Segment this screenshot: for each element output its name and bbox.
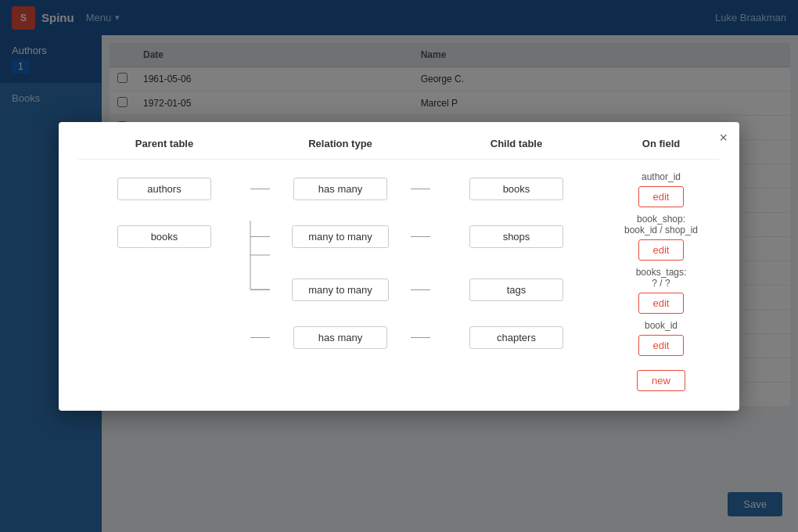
on-field-cell-1: book_shop: book_id / shop_id edit	[602, 214, 720, 261]
rel-type-cell-2: many to many	[270, 279, 411, 301]
on-field-cell-0: author_id edit	[602, 171, 720, 207]
new-button[interactable]: new	[637, 370, 685, 391]
connector-line-2a	[250, 289, 270, 290]
child-cell-1: shops	[430, 225, 602, 248]
connector-line-1a	[250, 236, 270, 237]
edit-button-0[interactable]: edit	[638, 186, 685, 207]
parent-cell-0: authors	[78, 178, 250, 200]
rel-type-cell-3: has many	[270, 326, 411, 349]
parent-table-box-1: books	[117, 225, 211, 248]
relations-container: authors has many books author_id edit	[78, 171, 720, 391]
modal: × Parent table Relation type Child table…	[59, 122, 739, 411]
connector-line-3a	[250, 337, 270, 338]
child-table-box-0: books	[469, 178, 563, 200]
rel-type-box-2: many to many	[292, 279, 389, 301]
child-table-box-2: tags	[469, 279, 563, 301]
modal-overlay: × Parent table Relation type Child table…	[0, 0, 798, 532]
rel-type-cell-0: has many	[270, 178, 411, 200]
relation-type-header: Relation type	[250, 138, 430, 149]
on-field-text-0: author_id	[642, 171, 681, 182]
on-field-text-1: book_shop: book_id / shop_id	[624, 214, 698, 235]
connector-line-1b	[411, 236, 430, 237]
child-cell-0: books	[430, 178, 602, 200]
modal-close-button[interactable]: ×	[719, 130, 728, 146]
edit-button-2[interactable]: edit	[638, 293, 685, 314]
connector-line-2b	[411, 289, 430, 290]
connector-line-3b	[411, 337, 430, 338]
rel-type-box-3: has many	[293, 326, 387, 349]
child-table-header: Child table	[430, 138, 602, 149]
parent-table-header: Parent table	[78, 138, 250, 149]
on-field-cell-2: books_tags: ? / ? edit	[602, 267, 720, 314]
edit-button-3[interactable]: edit	[638, 335, 685, 356]
parent-cell-1: books	[78, 225, 250, 248]
on-field-text-3: book_id	[645, 320, 678, 331]
on-field-cell-3: book_id edit	[602, 320, 720, 356]
child-table-box-1: shops	[469, 225, 563, 248]
relation-row-0: authors has many books author_id edit	[78, 171, 720, 207]
relation-row-3: has many chapters book_id edit	[78, 320, 720, 356]
child-cell-2: tags	[430, 279, 602, 301]
relation-row-1: books many to many shops book_shop: book…	[78, 214, 720, 261]
on-field-header: On field	[602, 138, 720, 149]
parent-table-box-0: authors	[117, 178, 211, 200]
relation-row-2: many to many tags books_tags: ? / ? edit	[78, 267, 720, 314]
new-button-container: new	[602, 364, 720, 391]
edit-button-1[interactable]: edit	[638, 239, 685, 261]
rel-type-cell-1: many to many	[270, 225, 411, 248]
child-table-box-3: chapters	[469, 326, 563, 349]
connector-line-0a	[250, 189, 270, 189]
rel-type-box-1: many to many	[292, 225, 389, 248]
on-field-text-2: books_tags: ? / ?	[636, 267, 687, 289]
rel-type-box-0: has many	[293, 178, 387, 200]
child-cell-3: chapters	[430, 326, 602, 349]
connector-line-0b	[411, 189, 430, 189]
new-button-row: new	[78, 364, 720, 391]
modal-header-row: Parent table Relation type Child table O…	[78, 138, 720, 160]
